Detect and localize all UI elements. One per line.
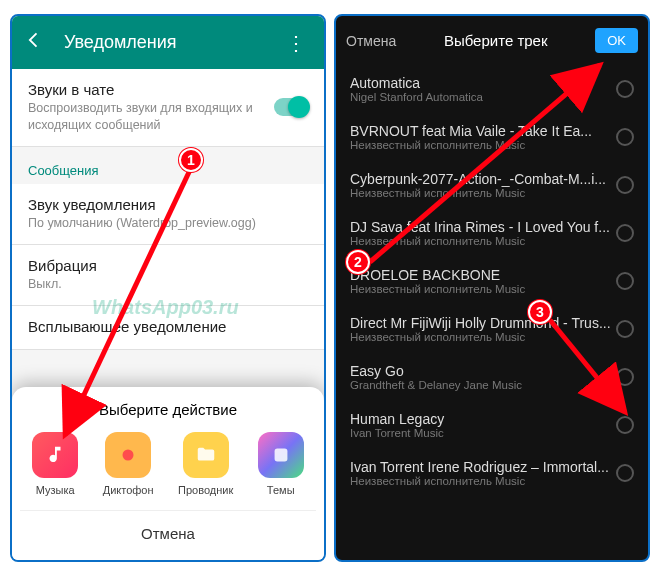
track-row[interactable]: DJ Sava feat Irina Rimes - I Loved You f… [336, 209, 648, 257]
track-sub: Неизвестный исполнитель Music [350, 283, 616, 295]
left-phone: Уведомления ⋮ Звуки в чате Воспроизводит… [10, 14, 326, 562]
row-chat-sounds[interactable]: Звуки в чате Воспроизводить звуки для вх… [12, 69, 324, 147]
track-list[interactable]: AutomaticaNigel Stanford Automatica BVRN… [336, 65, 648, 560]
track-title: Automatica [350, 75, 616, 91]
radio-icon[interactable] [616, 320, 634, 338]
row-notification-sound[interactable]: Звук уведомления По умолчанию (Waterdrop… [12, 184, 324, 245]
app-list: Музыка Диктофон Проводник Темы [20, 432, 316, 496]
row-sub: Воспроизводить звуки для входящих и исхо… [28, 100, 274, 134]
track-sub: Неизвестный исполнитель Music [350, 139, 616, 151]
row-sub: Выкл. [28, 276, 308, 293]
track-sub: Неизвестный исполнитель Music [350, 475, 616, 487]
radio-icon[interactable] [616, 224, 634, 242]
track-title: DROELOE BACKBONE [350, 267, 616, 283]
track-row[interactable]: Ivan Torrent Irene Rodriguez – Immortal.… [336, 449, 648, 497]
toggle-chat-sounds[interactable] [274, 98, 308, 116]
cancel-button[interactable]: Отмена [20, 510, 316, 550]
track-title: Easy Go [350, 363, 616, 379]
track-row[interactable]: BVRNOUT feat Mia Vaile - Take It Ea...Не… [336, 113, 648, 161]
track-title: Human Legacy [350, 411, 616, 427]
row-title: Всплывающее уведомление [28, 318, 308, 335]
header-title: Уведомления [64, 32, 260, 53]
track-row[interactable]: Cyberpunk-2077-Action-_-Combat-M...i...Н… [336, 161, 648, 209]
track-title: Cyberpunk-2077-Action-_-Combat-M...i... [350, 171, 616, 187]
app-file-manager[interactable]: Проводник [178, 432, 233, 496]
track-title: Direct Mr FijiWiji Holly Drummond - Trus… [350, 315, 616, 331]
ok-button[interactable]: OK [595, 28, 638, 53]
track-row[interactable]: Easy GoGrandtheft & Delaney Jane Music [336, 353, 648, 401]
row-vibration[interactable]: Вибрация Выкл. [12, 245, 324, 306]
radio-icon[interactable] [616, 272, 634, 290]
row-popup[interactable]: Всплывающее уведомление [12, 306, 324, 350]
radio-icon[interactable] [616, 368, 634, 386]
svg-point-0 [123, 450, 134, 461]
track-row[interactable]: Direct Mr FijiWiji Holly Drummond - Trus… [336, 305, 648, 353]
radio-icon[interactable] [616, 80, 634, 98]
track-sub: Неизвестный исполнитель Music [350, 187, 616, 199]
more-icon[interactable]: ⋮ [280, 31, 312, 55]
row-title: Звук уведомления [28, 196, 308, 213]
section-messages: Сообщения [12, 147, 324, 184]
track-sub: Неизвестный исполнитель Music [350, 235, 616, 247]
app-label: Темы [267, 484, 295, 496]
svg-rect-1 [274, 449, 287, 462]
track-sub: Grandtheft & Delaney Jane Music [350, 379, 616, 391]
cancel-button[interactable]: Отмена [346, 33, 396, 49]
row-title: Звуки в чате [28, 81, 274, 98]
app-themes[interactable]: Темы [258, 432, 304, 496]
row-sub: По умолчанию (Waterdrop_preview.ogg) [28, 215, 308, 232]
right-phone: Отмена Выберите трек OK AutomaticaNigel … [334, 14, 650, 562]
themes-icon [258, 432, 304, 478]
track-sub: Ivan Torrent Music [350, 427, 616, 439]
music-icon [32, 432, 78, 478]
row-title: Вибрация [28, 257, 308, 274]
track-title: BVRNOUT feat Mia Vaile - Take It Ea... [350, 123, 616, 139]
app-music[interactable]: Музыка [32, 432, 78, 496]
radio-icon[interactable] [616, 416, 634, 434]
track-row[interactable]: DROELOE BACKBONEНеизвестный исполнитель … [336, 257, 648, 305]
track-title: DJ Sava feat Irina Rimes - I Loved You f… [350, 219, 616, 235]
action-sheet: Выберите действие Музыка Диктофон Провод… [12, 387, 324, 560]
track-sub: Nigel Stanford Automatica [350, 91, 616, 103]
radio-icon[interactable] [616, 128, 634, 146]
track-row[interactable]: Human LegacyIvan Torrent Music [336, 401, 648, 449]
radio-icon[interactable] [616, 176, 634, 194]
app-label: Диктофон [103, 484, 154, 496]
track-picker-header: Отмена Выберите трек OK [336, 16, 648, 65]
track-sub: Неизвестный исполнитель Music [350, 331, 616, 343]
track-row[interactable]: AutomaticaNigel Stanford Automatica [336, 65, 648, 113]
back-icon[interactable] [24, 30, 44, 55]
app-label: Проводник [178, 484, 233, 496]
folder-icon [183, 432, 229, 478]
picker-title: Выберите трек [406, 32, 585, 49]
sheet-title: Выберите действие [20, 401, 316, 418]
app-recorder[interactable]: Диктофон [103, 432, 154, 496]
radio-icon[interactable] [616, 464, 634, 482]
track-title: Ivan Torrent Irene Rodriguez – Immortal.… [350, 459, 616, 475]
app-label: Музыка [36, 484, 75, 496]
app-header: Уведомления ⋮ [12, 16, 324, 69]
recorder-icon [105, 432, 151, 478]
